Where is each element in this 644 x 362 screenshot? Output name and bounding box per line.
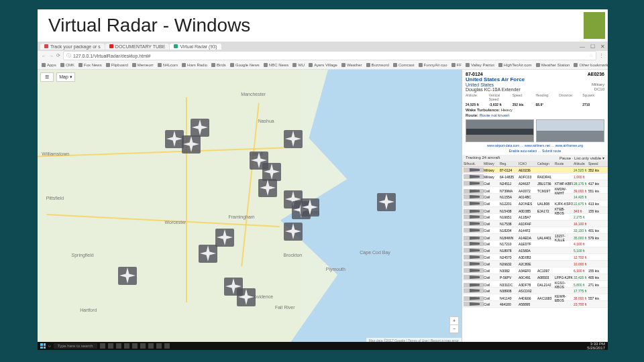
forward-icon[interactable]: → <box>49 54 54 58</box>
list-column-header[interactable]: Callsign <box>537 162 555 166</box>
aircraft-row[interactable]: CivilN26632A2C80E10,000 ft <box>462 261 608 267</box>
aircraft-marker[interactable] <box>258 179 277 197</box>
pause-link[interactable]: Pause · List only visible ▾ <box>559 156 604 160</box>
bookmark-item[interactable]: Comcast <box>393 63 415 67</box>
zoom-in-button[interactable]: + <box>449 317 459 325</box>
taskbar-app-icon[interactable] <box>108 343 113 349</box>
aircraft-row[interactable]: Military64-14835ADFC03RAIDR411,000 ft <box>462 174 608 180</box>
bookmark-item[interactable]: FF <box>451 63 462 67</box>
aircraft-marker[interactable] <box>191 119 209 137</box>
aircraft-row[interactable]: Military87-0124AE023624,525 ft352 kts <box>462 167 608 174</box>
taskbar-app-icon[interactable] <box>140 343 146 349</box>
bookmark-item[interactable]: Apps <box>42 63 56 67</box>
bookmark-item[interactable]: WU <box>292 63 305 67</box>
bookmark-item[interactable]: Weather Station <box>536 63 570 67</box>
aircraft-row[interactable]: CivilN1155AA014BC14,425 ft <box>462 194 608 200</box>
bookmark-item[interactable]: Fox News <box>78 63 102 67</box>
aircraft-marker[interactable] <box>182 135 201 154</box>
taskbar-app-icon[interactable] <box>164 343 170 349</box>
aircraft-row[interactable]: CivilN331DCA3DF78DAL214JKGSO-KBOS5,800 f… <box>462 281 608 288</box>
taskbar-search[interactable]: Type here to search <box>54 343 97 349</box>
map-type-button[interactable]: Map ▾ <box>56 72 75 82</box>
bookmark-item[interactable]: HighTecAir.com <box>498 63 532 67</box>
aircraft-row[interactable]: CivilN18978A1580A5,100 ft <box>462 247 608 254</box>
taskbar-app-icon[interactable] <box>156 343 162 349</box>
list-column-header[interactable]: Military <box>484 162 500 166</box>
browser-tab[interactable]: DOCUMENTARY TUBE <box>105 44 170 50</box>
taskbar-app-icon[interactable] <box>132 343 138 349</box>
aircraft-marker[interactable] <box>284 223 303 241</box>
aircraft-marker[interactable] <box>377 193 396 211</box>
aircraft-photo[interactable] <box>466 119 534 142</box>
list-column-header[interactable]: Silhoutt. <box>464 162 484 166</box>
cortana-icon[interactable]: ○ <box>48 344 51 348</box>
detail-links[interactable]: www.airport-data.com … www.airliners.net… <box>466 143 604 147</box>
info-icon[interactable]: ⓘ <box>66 52 71 59</box>
map-panel[interactable]: ManchesterNashuaLowellBostonFraminghamWo… <box>38 70 462 343</box>
aircraft-row[interactable]: CivilN17538A1DFAF16,100 ft <box>462 221 608 227</box>
taskbar-app-icon[interactable] <box>116 343 121 349</box>
list-column-header[interactable]: Speed <box>588 162 606 166</box>
aircraft-marker[interactable] <box>165 130 184 148</box>
aircraft-row[interactable]: CivilN739MAAA0072TCM19TKMDW-KMHT39,000 f… <box>462 187 608 194</box>
list-column-header[interactable]: Route <box>555 162 574 166</box>
browser-tab[interactable]: Track your package or s <box>40 44 105 50</box>
bookmark-item[interactable]: Google News <box>230 63 260 67</box>
bookmark-item[interactable]: Birds <box>211 63 226 67</box>
bookmark-star-icon[interactable]: ☆ <box>589 53 593 58</box>
aircraft-marker[interactable] <box>199 245 217 263</box>
bookmark-item[interactable]: Ham Radio <box>182 63 207 67</box>
detail-links[interactable]: Enable auto-select … Submit route <box>466 149 604 153</box>
bookmark-item[interactable]: Weather <box>341 63 362 67</box>
bookmark-item[interactable]: Buzzword <box>366 63 389 67</box>
aircraft-row[interactable]: CivilN184WNA14EDAUAL440113157-KJLLE35,00… <box>462 234 608 241</box>
bookmark-item[interactable]: Flipboard <box>106 63 128 67</box>
aircraft-row[interactable]: CivilN3082A34EF0AC10976,100 ft155 kts <box>462 267 608 274</box>
menu-icon[interactable]: ⋮ <box>599 53 604 58</box>
list-column-header[interactable] <box>606 162 608 166</box>
aircraft-row[interactable]: CivilN15438A0D385EJA172KTEB-KBOS343 ft15… <box>462 207 608 214</box>
aircraft-row[interactable]: CivilN2451JA24637JBU1736KTWF-KBFI28,175 … <box>462 180 608 187</box>
browser-tab[interactable]: Virtual Radar (93) <box>170 44 221 50</box>
bookmark-item[interactable]: Valley Patriot <box>466 63 494 67</box>
bookmark-item[interactable]: NBC News <box>264 63 288 67</box>
bookmark-item[interactable]: Memeorr <box>132 63 154 67</box>
aircraft-row[interactable]: CivilN38908ASCD0217,775 ft <box>462 288 608 294</box>
aircraft-row[interactable]: CivilN16651A11BA72,275 ft <box>462 214 608 221</box>
bookmark-item[interactable]: Ayers Village <box>309 63 337 67</box>
taskbar-app-icon[interactable] <box>100 343 105 349</box>
url-input[interactable]: ⓘ 127.0.0.1/VirtualRadar/desktop.html# ☆ <box>63 51 596 60</box>
aircraft-row[interactable]: CivilN18204A144F233,150 ft401 kts <box>462 227 608 234</box>
zoom-out-button[interactable]: − <box>449 325 459 333</box>
maximize-icon[interactable]: ☐ <box>590 44 595 50</box>
list-column-header[interactable]: ICAO <box>519 162 537 166</box>
aircraft-marker[interactable] <box>301 198 319 217</box>
aircraft-photo[interactable] <box>536 119 604 142</box>
close-icon[interactable]: ✕ <box>600 44 605 50</box>
aircraft-marker[interactable] <box>262 163 281 181</box>
aircraft-row[interactable]: CivilN24570A3D0B312,700 ft <box>462 254 608 261</box>
aircraft-marker[interactable] <box>118 267 137 285</box>
bookmark-item[interactable]: Other bookmarks <box>574 63 608 67</box>
taskbar-app-icon[interactable] <box>148 343 154 349</box>
taskbar-clock[interactable]: 3:33 PM5/26/2017 <box>587 342 605 350</box>
start-icon[interactable] <box>40 343 46 349</box>
back-icon[interactable]: ← <box>42 54 46 58</box>
aircraft-marker[interactable] <box>237 288 256 306</box>
aircraft-marker[interactable] <box>215 229 234 247</box>
aircraft-row[interactable]: CivilN17210A1ED7F4,100 ft <box>462 241 608 247</box>
aircraft-row[interactable]: CivilP-56PVA0C491A08503LFPG-KJFK33,425 f… <box>462 274 608 281</box>
bookmark-item[interactable]: FunnyAir.coo <box>419 63 447 67</box>
aircraft-row[interactable]: CivilN12201A2ONESUAL808KJFK-KSFO22,675 f… <box>462 200 608 207</box>
taskbar-app-icon[interactable] <box>124 343 129 349</box>
list-column-header[interactable]: Altitude <box>574 162 588 166</box>
aircraft-row[interactable]: CivilN41140A4DE66AAC1683KEWR-EBOS38,000 … <box>462 294 608 301</box>
bookmark-item[interactable]: N4Lcom <box>158 63 178 67</box>
aircraft-marker[interactable] <box>284 130 303 148</box>
list-column-header[interactable]: Reg. <box>500 162 519 166</box>
map-menu-button[interactable]: ☰ <box>40 72 54 82</box>
bookmark-item[interactable]: CMK <box>60 63 74 67</box>
minimize-icon[interactable]: — <box>580 44 585 50</box>
reload-icon[interactable]: ⟳ <box>56 53 60 58</box>
aircraft-row[interactable]: Civil464180A5889523,700 ft <box>462 301 608 308</box>
